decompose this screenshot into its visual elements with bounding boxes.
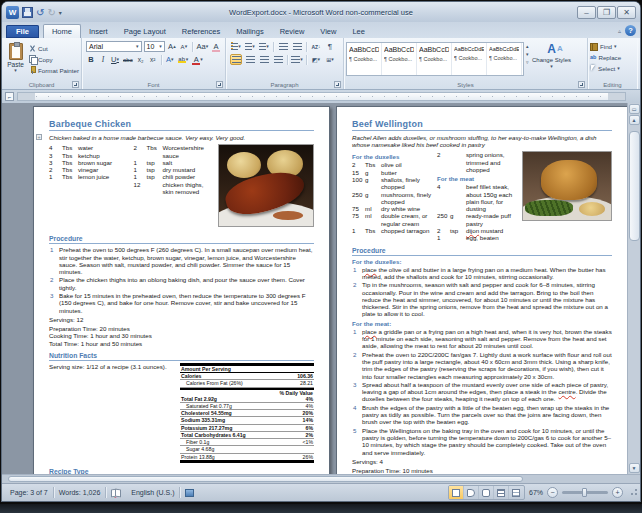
beef-wellington-photo[interactable] bbox=[522, 151, 612, 221]
shrink-font-button[interactable]: A▾ bbox=[179, 41, 189, 52]
draft-view-button[interactable] bbox=[509, 486, 524, 499]
cut-button[interactable]: Cut bbox=[29, 43, 79, 53]
procedure-step: Brush the edges of the pastry with a lit… bbox=[362, 404, 612, 426]
clipboard-dialog-launcher[interactable] bbox=[72, 81, 79, 88]
zoom-out-button[interactable]: − bbox=[547, 487, 558, 498]
zoom-slider[interactable] bbox=[562, 491, 608, 494]
align-left-button[interactable] bbox=[230, 54, 242, 65]
document-page-left[interactable]: Barbeque Chicken + Chicken baked in a ho… bbox=[33, 106, 330, 474]
increase-indent-button[interactable] bbox=[291, 41, 303, 52]
ribbon-tab[interactable]: File bbox=[6, 25, 39, 38]
decrease-indent-button[interactable] bbox=[277, 41, 289, 52]
scroll-down-icon[interactable]: ▼ bbox=[629, 463, 640, 473]
macro-status[interactable] bbox=[180, 484, 199, 501]
chicken-photo[interactable] bbox=[218, 144, 314, 227]
ribbon: Paste ▾ Cut Copy Format Painter Clipboar… bbox=[2, 38, 640, 90]
grow-font-button[interactable]: A▴ bbox=[167, 41, 177, 52]
show-paragraph-marks-button[interactable]: ¶ bbox=[324, 41, 336, 52]
numbering-button[interactable]: ▾ bbox=[244, 41, 256, 52]
font-dialog-launcher[interactable] bbox=[216, 81, 223, 88]
web-layout-view-button[interactable] bbox=[479, 486, 494, 499]
print-layout-view-button[interactable] bbox=[449, 486, 464, 499]
outline-view-button[interactable] bbox=[494, 486, 509, 499]
ribbon-tab[interactable]: Home bbox=[43, 24, 81, 38]
style-item[interactable]: AaBbCcDi ¶ Cookbo... bbox=[347, 43, 382, 75]
outline-expand-icon[interactable]: + bbox=[36, 134, 42, 140]
strikethrough-button[interactable]: abc bbox=[122, 54, 134, 65]
servings-line: Servings: 4 bbox=[352, 458, 612, 465]
underline-button[interactable]: U▾ bbox=[110, 54, 120, 65]
clear-formatting-button[interactable]: A bbox=[211, 41, 221, 52]
format-painter-button[interactable]: Format Painter bbox=[29, 65, 79, 75]
proofing-status[interactable]: ✗ bbox=[106, 484, 126, 501]
document-page-right[interactable]: Beef Wellington Rachel Allen adds duxell… bbox=[336, 106, 628, 474]
find-button[interactable]: Find▾ bbox=[590, 41, 635, 51]
multilevel-list-button[interactable]: ▾ bbox=[258, 41, 270, 52]
horizontal-scroll-thumb[interactable] bbox=[8, 476, 523, 482]
bullets-button[interactable]: ▾ bbox=[230, 41, 242, 52]
page-indicator[interactable]: Page: 3 of 7 bbox=[5, 484, 53, 501]
ribbon-tab[interactable]: Review bbox=[272, 25, 313, 38]
style-item[interactable]: AaBbCcDi ¶ Cookbo... bbox=[417, 43, 452, 75]
styles-more-icon[interactable]: ▿ bbox=[526, 59, 529, 65]
bold-button[interactable]: B bbox=[86, 54, 96, 65]
minimize-button[interactable]: – bbox=[577, 6, 596, 19]
title-bar[interactable]: WordExport.docx - Microsoft Word non-com… bbox=[2, 2, 640, 22]
vertical-scrollbar[interactable]: ▭ ▲ ▼ bbox=[627, 103, 640, 474]
subscript-button[interactable]: x₂ bbox=[136, 54, 146, 65]
tab-selector[interactable]: ⌐ bbox=[5, 92, 14, 101]
view-ruler-toggle[interactable]: ▭ bbox=[629, 104, 640, 114]
vertical-scroll-thumb[interactable] bbox=[629, 131, 640, 241]
highlight-button[interactable]: ab▾ bbox=[177, 54, 190, 65]
ingredient-row: 15 g butter bbox=[352, 169, 433, 176]
line-spacing-button[interactable]: ▾ bbox=[291, 54, 303, 65]
styles-down-icon[interactable]: ▾ bbox=[526, 51, 529, 57]
save-icon[interactable] bbox=[22, 7, 33, 18]
sort-button[interactable]: AZ↓ bbox=[310, 41, 322, 52]
ribbon-tab[interactable]: Mailings bbox=[228, 25, 272, 38]
shading-button[interactable]: ◩▾ bbox=[310, 54, 322, 65]
justify-button[interactable] bbox=[272, 54, 284, 65]
align-right-button[interactable] bbox=[258, 54, 270, 65]
change-styles-button[interactable]: A Change Styles ▾ bbox=[531, 40, 573, 69]
language-indicator[interactable]: English (U.S.) bbox=[126, 484, 179, 501]
font-size-select[interactable]: 10▾ bbox=[144, 41, 165, 52]
paragraph-dialog-launcher[interactable] bbox=[334, 81, 341, 88]
fullscreen-reading-view-button[interactable] bbox=[464, 486, 479, 499]
zoom-percentage[interactable]: 67% bbox=[529, 489, 543, 496]
restore-button[interactable]: ❐ bbox=[597, 6, 616, 19]
superscript-button[interactable]: x² bbox=[148, 54, 158, 65]
nutrition-row: Calories 106.36 bbox=[180, 373, 314, 380]
ribbon-tab[interactable]: Lee bbox=[344, 25, 373, 38]
ribbon-tab[interactable]: Page Layout bbox=[116, 25, 174, 38]
styles-up-icon[interactable]: ▴ bbox=[526, 43, 529, 49]
ribbon-tab[interactable]: References bbox=[174, 25, 228, 38]
help-icon[interactable]: ? bbox=[625, 25, 636, 36]
style-item[interactable]: AaBbCcDdE ¶ Cookbo... bbox=[452, 43, 487, 75]
paste-button[interactable]: Paste ▾ bbox=[4, 40, 27, 77]
ribbon-tab[interactable]: Insert bbox=[81, 25, 116, 38]
horizontal-ruler[interactable] bbox=[17, 92, 626, 101]
replace-button[interactable]: abReplace bbox=[590, 52, 635, 62]
scroll-up-icon[interactable]: ▲ bbox=[629, 115, 640, 125]
font-color-button[interactable]: A▾ bbox=[191, 54, 204, 65]
borders-button[interactable]: ⊞▾ bbox=[324, 54, 336, 65]
change-case-button[interactable]: Aa▾ bbox=[196, 41, 209, 52]
italic-button[interactable]: I bbox=[98, 54, 108, 65]
minimize-ribbon-icon[interactable]: ▵ bbox=[618, 27, 621, 34]
resize-grip[interactable] bbox=[629, 489, 637, 497]
style-item[interactable]: AaBbCcDi ¶ Cookbo... bbox=[382, 43, 417, 75]
word-count[interactable]: Words: 1,026 bbox=[54, 484, 106, 501]
copy-button[interactable]: Copy bbox=[29, 54, 79, 64]
zoom-slider-thumb[interactable] bbox=[582, 488, 587, 497]
style-item[interactable]: AaBbCcDdE ¶ Cookbo... bbox=[487, 43, 522, 75]
align-center-button[interactable] bbox=[244, 54, 256, 65]
text-effects-button[interactable]: A▾ bbox=[165, 54, 175, 65]
close-button[interactable]: ✕ bbox=[617, 6, 636, 19]
ribbon-tab[interactable]: View bbox=[312, 25, 344, 38]
styles-dialog-launcher[interactable] bbox=[578, 81, 585, 88]
horizontal-scrollbar[interactable] bbox=[2, 474, 640, 483]
select-button[interactable]: Select▾ bbox=[590, 63, 635, 73]
font-family-select[interactable]: Arial▾ bbox=[86, 41, 142, 52]
zoom-in-button[interactable]: + bbox=[612, 487, 623, 498]
